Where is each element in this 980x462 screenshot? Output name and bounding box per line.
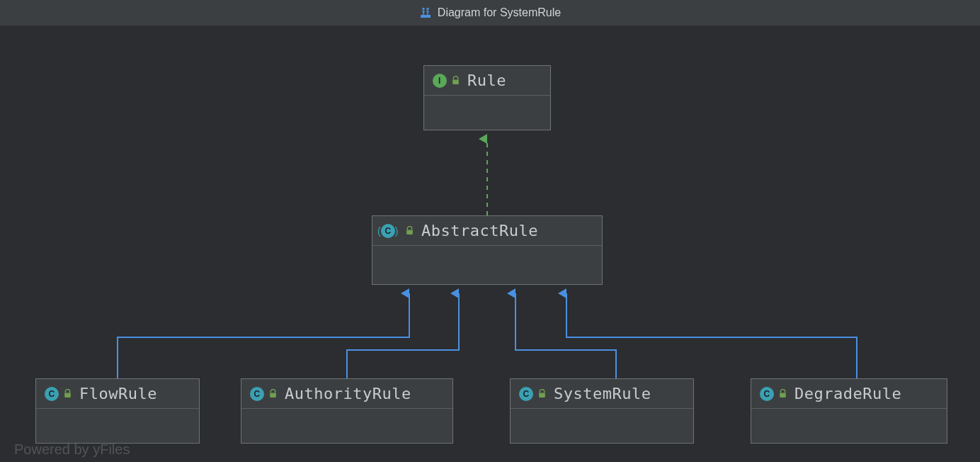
svg-rect-0 bbox=[421, 15, 431, 18]
title-bar: Diagram for SystemRule bbox=[0, 0, 980, 26]
node-body bbox=[511, 409, 693, 443]
class-node-systemrule[interactable]: C SystemRule bbox=[510, 378, 694, 444]
node-body bbox=[751, 409, 947, 443]
node-body bbox=[372, 246, 602, 284]
class-node-flowrule[interactable]: C FlowRule bbox=[35, 378, 200, 444]
node-name: Rule bbox=[467, 72, 506, 89]
node-header: I Rule bbox=[424, 66, 550, 96]
lock-icon bbox=[405, 226, 414, 235]
diagram-icon bbox=[419, 6, 432, 19]
class-icon: C bbox=[760, 387, 774, 401]
svg-rect-2 bbox=[426, 8, 428, 10]
svg-rect-7 bbox=[270, 393, 276, 398]
node-body bbox=[241, 409, 452, 443]
watermark: Powered by yFiles bbox=[14, 441, 130, 458]
node-body bbox=[424, 96, 550, 130]
svg-rect-9 bbox=[780, 393, 786, 398]
node-body bbox=[36, 409, 199, 443]
node-name: FlowRule bbox=[79, 385, 157, 402]
node-name: SystemRule bbox=[554, 385, 651, 402]
svg-rect-1 bbox=[422, 8, 424, 10]
node-header: C DegradeRule bbox=[751, 379, 947, 409]
lock-icon bbox=[537, 389, 547, 398]
node-header: C AuthorityRule bbox=[241, 379, 452, 409]
svg-rect-4 bbox=[452, 79, 459, 84]
title-text: Diagram for SystemRule bbox=[438, 6, 561, 19]
svg-rect-8 bbox=[539, 393, 545, 398]
abstract-class-icon: ( C ) bbox=[381, 224, 395, 238]
class-node-authorityrule[interactable]: C AuthorityRule bbox=[241, 378, 453, 444]
node-header: ( C ) AbstractRule bbox=[372, 216, 602, 246]
node-header: C FlowRule bbox=[36, 379, 199, 409]
lock-icon bbox=[268, 389, 278, 398]
class-node-rule[interactable]: I Rule bbox=[423, 65, 551, 130]
node-name: AbstractRule bbox=[421, 222, 538, 240]
interface-icon: I bbox=[433, 74, 447, 88]
lock-icon bbox=[63, 389, 72, 398]
svg-rect-5 bbox=[406, 230, 413, 235]
diagram-canvas[interactable]: I Rule ( C ) AbstractRule C bbox=[0, 26, 980, 462]
class-icon: C bbox=[519, 387, 533, 401]
lock-icon bbox=[451, 76, 460, 85]
node-name: DegradeRule bbox=[794, 385, 901, 402]
class-node-abstractrule[interactable]: ( C ) AbstractRule bbox=[372, 215, 603, 285]
svg-rect-6 bbox=[64, 393, 71, 398]
class-icon: C bbox=[45, 387, 59, 401]
class-node-degraderule[interactable]: C DegradeRule bbox=[751, 378, 947, 444]
node-header: C SystemRule bbox=[511, 379, 693, 409]
class-icon: C bbox=[250, 387, 264, 401]
node-name: AuthorityRule bbox=[285, 385, 411, 402]
lock-icon bbox=[778, 389, 787, 398]
